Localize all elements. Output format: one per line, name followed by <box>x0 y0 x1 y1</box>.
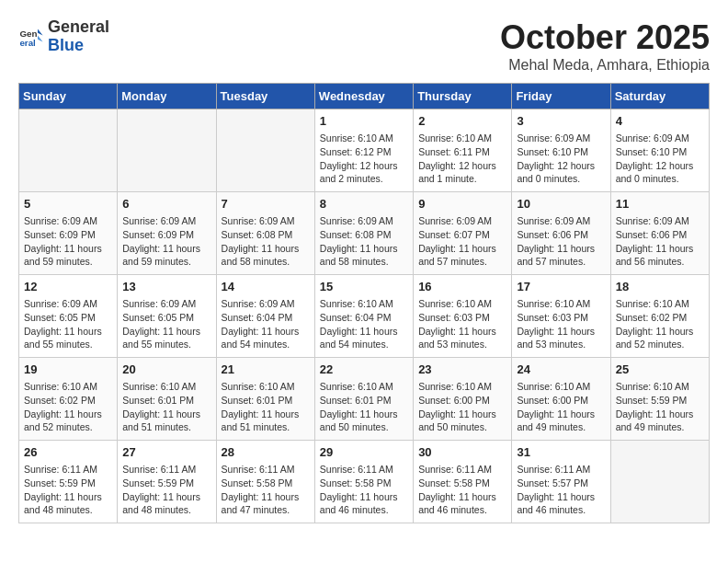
day-number: 15 <box>320 279 408 295</box>
day-info: Sunrise: 6:09 AM Sunset: 6:09 PM Dayligh… <box>122 214 210 269</box>
day-info: Sunrise: 6:09 AM Sunset: 6:05 PM Dayligh… <box>122 297 210 351</box>
calendar-cell: 11Sunrise: 6:09 AM Sunset: 6:06 PM Dayli… <box>610 192 709 275</box>
day-number: 28 <box>222 444 310 461</box>
weekday-header: Friday <box>512 84 610 109</box>
day-info: Sunrise: 6:09 AM Sunset: 6:04 PM Dayligh… <box>222 297 310 351</box>
calendar-cell: 17Sunrise: 6:10 AM Sunset: 6:03 PM Dayli… <box>512 275 610 358</box>
weekday-header: Thursday <box>414 84 512 109</box>
page-header: Gen eral General Blue October 2025 Mehal… <box>18 18 710 74</box>
day-info: Sunrise: 6:10 AM Sunset: 6:01 PM Dayligh… <box>222 380 310 434</box>
day-info: Sunrise: 6:11 AM Sunset: 5:57 PM Dayligh… <box>517 463 605 517</box>
calendar-cell: 29Sunrise: 6:11 AM Sunset: 5:58 PM Dayli… <box>314 441 413 523</box>
day-number: 7 <box>222 196 310 213</box>
day-info: Sunrise: 6:10 AM Sunset: 6:00 PM Dayligh… <box>418 380 506 434</box>
day-number: 8 <box>320 196 408 213</box>
calendar-cell: 26Sunrise: 6:11 AM Sunset: 5:59 PM Dayli… <box>19 441 118 523</box>
logo-general-text: General <box>48 17 109 36</box>
calendar-week-row: 19Sunrise: 6:10 AM Sunset: 6:02 PM Dayli… <box>19 358 710 441</box>
day-info: Sunrise: 6:10 AM Sunset: 6:04 PM Dayligh… <box>320 297 408 351</box>
calendar-cell: 1Sunrise: 6:10 AM Sunset: 6:12 PM Daylig… <box>314 109 413 192</box>
calendar-cell: 20Sunrise: 6:10 AM Sunset: 6:01 PM Dayli… <box>118 358 216 441</box>
weekday-header: Sunday <box>19 84 118 109</box>
day-number: 31 <box>517 444 605 461</box>
calendar-cell: 31Sunrise: 6:11 AM Sunset: 5:57 PM Dayli… <box>512 441 610 523</box>
day-number: 20 <box>122 362 210 378</box>
svg-marker-2 <box>38 29 43 35</box>
calendar-cell <box>610 441 709 523</box>
day-info: Sunrise: 6:09 AM Sunset: 6:08 PM Dayligh… <box>320 214 408 269</box>
day-info: Sunrise: 6:11 AM Sunset: 5:58 PM Dayligh… <box>222 463 310 517</box>
calendar-cell: 8Sunrise: 6:09 AM Sunset: 6:08 PM Daylig… <box>314 192 413 275</box>
calendar-week-row: 26Sunrise: 6:11 AM Sunset: 5:59 PM Dayli… <box>19 441 710 523</box>
calendar-week-row: 5Sunrise: 6:09 AM Sunset: 6:09 PM Daylig… <box>19 192 710 275</box>
calendar-cell: 27Sunrise: 6:11 AM Sunset: 5:59 PM Dayli… <box>118 441 216 523</box>
calendar-cell <box>19 109 118 192</box>
svg-marker-3 <box>38 35 43 41</box>
weekday-header-row: SundayMondayTuesdayWednesdayThursdayFrid… <box>19 84 710 109</box>
day-number: 25 <box>616 362 704 378</box>
calendar-cell: 7Sunrise: 6:09 AM Sunset: 6:08 PM Daylig… <box>216 192 314 275</box>
calendar-cell: 24Sunrise: 6:10 AM Sunset: 6:00 PM Dayli… <box>512 358 610 441</box>
day-number: 1 <box>320 113 408 130</box>
calendar-week-row: 1Sunrise: 6:10 AM Sunset: 6:12 PM Daylig… <box>19 109 710 192</box>
calendar-cell: 2Sunrise: 6:10 AM Sunset: 6:11 PM Daylig… <box>414 109 512 192</box>
calendar-table: SundayMondayTuesdayWednesdayThursdayFrid… <box>18 83 710 523</box>
weekday-header: Wednesday <box>314 84 413 109</box>
calendar-cell: 9Sunrise: 6:09 AM Sunset: 6:07 PM Daylig… <box>414 192 512 275</box>
day-number: 6 <box>122 196 210 213</box>
day-info: Sunrise: 6:10 AM Sunset: 6:02 PM Dayligh… <box>24 380 112 434</box>
day-number: 19 <box>24 362 112 378</box>
day-number: 3 <box>517 113 605 130</box>
calendar-cell <box>118 109 216 192</box>
logo-blue-text: Blue <box>48 36 84 54</box>
day-info: Sunrise: 6:09 AM Sunset: 6:09 PM Dayligh… <box>24 214 112 269</box>
day-number: 29 <box>320 444 408 461</box>
day-info: Sunrise: 6:09 AM Sunset: 6:05 PM Dayligh… <box>24 297 112 351</box>
day-info: Sunrise: 6:10 AM Sunset: 5:59 PM Dayligh… <box>616 380 704 434</box>
day-info: Sunrise: 6:11 AM Sunset: 5:59 PM Dayligh… <box>122 463 210 517</box>
logo: Gen eral General Blue <box>18 18 109 55</box>
calendar-cell: 16Sunrise: 6:10 AM Sunset: 6:03 PM Dayli… <box>414 275 512 358</box>
day-number: 12 <box>24 279 112 295</box>
calendar-subtitle: Mehal Meda, Amhara, Ethiopia <box>500 57 710 74</box>
day-number: 2 <box>418 113 506 130</box>
day-number: 4 <box>616 113 704 130</box>
day-info: Sunrise: 6:11 AM Sunset: 5:58 PM Dayligh… <box>320 463 408 517</box>
svg-text:eral: eral <box>19 38 36 48</box>
day-number: 18 <box>616 279 704 295</box>
calendar-cell: 25Sunrise: 6:10 AM Sunset: 5:59 PM Dayli… <box>610 358 709 441</box>
logo-icon: Gen eral <box>18 24 44 50</box>
day-number: 9 <box>418 196 506 213</box>
calendar-cell: 14Sunrise: 6:09 AM Sunset: 6:04 PM Dayli… <box>216 275 314 358</box>
day-info: Sunrise: 6:09 AM Sunset: 6:06 PM Dayligh… <box>616 214 704 269</box>
calendar-title: October 2025 <box>500 18 710 57</box>
day-info: Sunrise: 6:11 AM Sunset: 5:59 PM Dayligh… <box>24 463 112 517</box>
calendar-cell: 18Sunrise: 6:10 AM Sunset: 6:02 PM Dayli… <box>610 275 709 358</box>
day-info: Sunrise: 6:10 AM Sunset: 6:12 PM Dayligh… <box>320 132 408 186</box>
calendar-cell: 3Sunrise: 6:09 AM Sunset: 6:10 PM Daylig… <box>512 109 610 192</box>
weekday-header: Tuesday <box>216 84 314 109</box>
day-number: 26 <box>24 444 112 461</box>
day-info: Sunrise: 6:11 AM Sunset: 5:58 PM Dayligh… <box>418 463 506 517</box>
calendar-cell <box>216 109 314 192</box>
weekday-header: Saturday <box>610 84 709 109</box>
calendar-cell: 28Sunrise: 6:11 AM Sunset: 5:58 PM Dayli… <box>216 441 314 523</box>
day-info: Sunrise: 6:09 AM Sunset: 6:06 PM Dayligh… <box>517 214 605 269</box>
day-info: Sunrise: 6:09 AM Sunset: 6:07 PM Dayligh… <box>418 214 506 269</box>
day-number: 10 <box>517 196 605 213</box>
day-info: Sunrise: 6:09 AM Sunset: 6:08 PM Dayligh… <box>222 214 310 269</box>
calendar-cell: 15Sunrise: 6:10 AM Sunset: 6:04 PM Dayli… <box>314 275 413 358</box>
day-info: Sunrise: 6:10 AM Sunset: 6:11 PM Dayligh… <box>418 132 506 186</box>
calendar-cell: 10Sunrise: 6:09 AM Sunset: 6:06 PM Dayli… <box>512 192 610 275</box>
calendar-cell: 6Sunrise: 6:09 AM Sunset: 6:09 PM Daylig… <box>118 192 216 275</box>
calendar-cell: 19Sunrise: 6:10 AM Sunset: 6:02 PM Dayli… <box>19 358 118 441</box>
day-number: 16 <box>418 279 506 295</box>
day-number: 24 <box>517 362 605 378</box>
day-info: Sunrise: 6:10 AM Sunset: 6:00 PM Dayligh… <box>517 380 605 434</box>
day-info: Sunrise: 6:09 AM Sunset: 6:10 PM Dayligh… <box>517 132 605 186</box>
day-info: Sunrise: 6:10 AM Sunset: 6:03 PM Dayligh… <box>517 297 605 351</box>
day-number: 11 <box>616 196 704 213</box>
title-area: October 2025 Mehal Meda, Amhara, Ethiopi… <box>500 18 710 74</box>
day-number: 27 <box>122 444 210 461</box>
day-info: Sunrise: 6:10 AM Sunset: 6:01 PM Dayligh… <box>320 380 408 434</box>
